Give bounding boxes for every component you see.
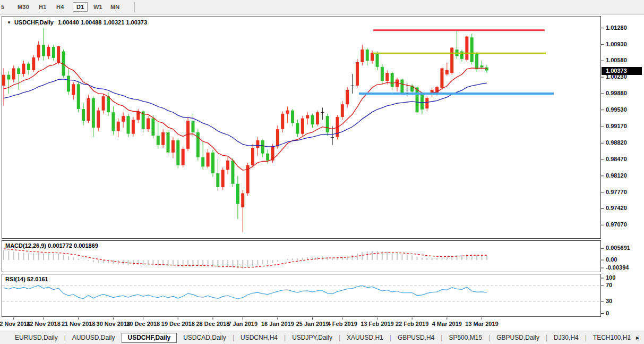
rsi-label: RSI(14) 52.0161 (5, 276, 48, 282)
price-axis-label: 1.00930 (606, 41, 627, 47)
chart-title: ▼USDCHF,Daily1.00440 1.00488 1.00321 1.0… (7, 19, 147, 26)
price-axis-label: 0.99170 (606, 123, 627, 129)
rsi-indicator-panel[interactable] (2, 274, 601, 317)
chart-tab-sp500-m15[interactable]: SP500,M15 (442, 334, 488, 341)
macd-signal-value: 0.001869 (74, 242, 98, 249)
timeframe-button-5[interactable]: 5 (1, 4, 4, 10)
rsi-axis-label: 0 (606, 310, 609, 316)
chart-tab-gbpusd-daily[interactable]: GBPUSD,Daily (490, 334, 546, 341)
chart-dropdown-icon: ▼ (7, 20, 11, 25)
chart-tabs-bar: EURUSD,Daily|AUDUSD,DailyUSDCHF,DailyUSD… (0, 331, 644, 344)
price-axis-label: 0.97070 (606, 221, 627, 228)
price-axis-label: 0.98470 (606, 156, 627, 162)
date-axis-label: 12 Nov 2018 (27, 321, 61, 327)
timeframe-toolbar: 5M30H1H4D1W1MN (0, 0, 644, 15)
macd-axis-label: -0.00394 (606, 264, 629, 271)
timeframe-button-d1[interactable]: D1 (73, 2, 88, 12)
chart-tab-usdcad-daily[interactable]: USDCAD,Daily (177, 334, 233, 341)
tabs-scroll-left-button[interactable]: ◂ (627, 334, 630, 341)
price-axis-label: 1.01280 (606, 24, 627, 31)
chart-tab-dj30-h4[interactable]: DJ30,H4 (547, 334, 585, 341)
main-chart-panel[interactable] (2, 16, 601, 239)
rsi-name: RSI(14) (5, 276, 25, 282)
rsi-value: 52.0161 (27, 276, 48, 282)
chart-tab-ukc[interactable]: UKC (639, 334, 644, 341)
timeframe-button-w1[interactable]: W1 (93, 4, 102, 10)
macd-axis-label: 0.005691 (606, 245, 630, 251)
chart-tab-gbpusd-h4[interactable]: GBPUSD,H4 (391, 334, 441, 341)
macd-name: MACD(12,26,9) (5, 242, 46, 249)
date-axis-label: 16 Jan 2019 (261, 321, 294, 327)
timeframe-button-mn[interactable]: MN (110, 4, 120, 10)
date-axis-label: 4 Mar 2019 (432, 321, 462, 327)
date-axis-label: 25 Jan 2019 (296, 321, 329, 327)
timeframe-button-h1[interactable]: H1 (39, 4, 46, 10)
chart-tab-xauusd-h1[interactable]: XAUUSD,H1 (340, 334, 390, 341)
price-axis-label: 0.98820 (606, 139, 627, 146)
macd-label: MACD(12,26,9) 0.001772 0.001869 (5, 242, 98, 249)
date-axis-label: 19 Dec 2018 (161, 321, 195, 327)
rsi-axis-label: 100 (606, 274, 615, 281)
rsi-axis-label: 70 (606, 282, 612, 288)
chart-tab-usdjpy-daily[interactable]: USDJPY,Daily (286, 334, 339, 341)
date-axis-label: 2 Nov 2018 (0, 321, 30, 327)
date-axis-label: 7 Jan 2019 (228, 321, 257, 327)
rsi-axis-label: 30 (606, 298, 612, 304)
date-axis-label: 21 Nov 2018 (62, 321, 96, 327)
date-axis-label: 13 Mar 2019 (465, 321, 498, 327)
current-price-tag: 1.00373 (602, 67, 642, 75)
date-axis-label: 30 Nov 2018 (97, 321, 131, 327)
macd-main-value: 0.001772 (48, 242, 72, 249)
date-axis-label: 28 Dec 2018 (196, 321, 229, 327)
toolbar-separator (134, 2, 135, 12)
price-axis-label: 0.97420 (606, 205, 627, 211)
chart-ohlc-values: 1.00440 1.00488 1.00321 1.00373 (58, 19, 147, 26)
timeframe-button-m30[interactable]: M30 (18, 4, 29, 10)
date-axis-label: 10 Dec 2018 (126, 321, 160, 327)
chart-symbol-label: USDCHF,Daily (14, 19, 54, 26)
tabs-scroll-right-button[interactable]: ▸ (636, 334, 639, 341)
date-axis-label: 13 Feb 2019 (360, 321, 393, 327)
chart-tab-audusd-daily[interactable]: AUDUSD,Daily (66, 334, 122, 341)
price-axis-label: 0.99880 (606, 90, 627, 96)
date-axis-label: 4 Feb 2019 (328, 321, 357, 327)
chart-tab-usdchf-daily[interactable]: USDCHF,Daily (122, 333, 177, 343)
price-axis-label: 0.99530 (606, 106, 627, 113)
price-axis-label: 0.98120 (606, 172, 627, 179)
price-axis-label: 0.97770 (606, 189, 627, 195)
timeframe-button-h4[interactable]: H4 (56, 4, 64, 10)
chart-tab-eurusd-daily[interactable]: EURUSD,Daily (8, 334, 64, 341)
chart-tab-usdcnh-h4[interactable]: USDCNH,H4 (234, 334, 284, 341)
price-axis-label: 1.00580 (606, 57, 627, 63)
macd-axis-label: 0.00 (606, 256, 617, 263)
date-axis-label: 22 Feb 2019 (396, 321, 428, 327)
terminal-window: 5M30H1H4D1W1MN ▼USDCHF,Daily1.00440 1.00… (0, 0, 644, 344)
